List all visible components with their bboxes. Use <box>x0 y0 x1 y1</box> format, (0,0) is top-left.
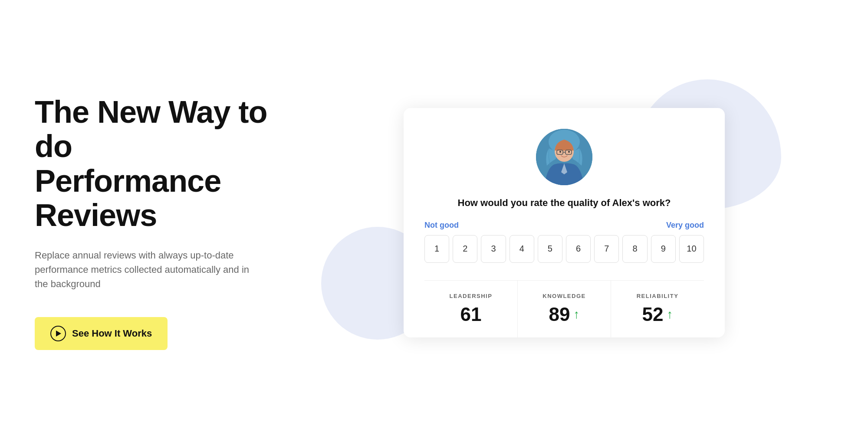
metrics-row: LEADERSHIP 61 KNOWLEDGE 89 ↑ <box>424 280 704 337</box>
rating-6[interactable]: 6 <box>566 235 591 263</box>
svg-point-7 <box>568 151 570 153</box>
rating-card: How would you rate the quality of Alex's… <box>404 108 725 337</box>
metric-reliability-label: RELIABILITY <box>620 293 695 299</box>
see-how-it-works-button[interactable]: See How It Works <box>35 317 168 350</box>
label-not-good: Not good <box>424 221 459 230</box>
label-very-good: Very good <box>666 221 704 230</box>
metric-knowledge-value: 89 <box>549 304 570 325</box>
left-panel: The New Way to do Performance Reviews Re… <box>35 95 295 350</box>
card-wrapper: How would you rate the quality of Alex's… <box>404 108 725 337</box>
rating-2[interactable]: 2 <box>453 235 477 263</box>
metric-reliability-value-row: 52 ↑ <box>620 304 695 325</box>
rating-4[interactable]: 4 <box>510 235 534 263</box>
rating-8[interactable]: 8 <box>622 235 647 263</box>
avatar <box>536 129 592 185</box>
rating-numbers: 1 2 3 4 5 6 7 8 9 10 <box>424 235 704 280</box>
rating-question: How would you rate the quality of Alex's… <box>424 197 704 209</box>
metric-leadership: LEADERSHIP 61 <box>424 281 518 337</box>
metric-reliability: RELIABILITY 52 ↑ <box>611 281 704 337</box>
hero-subtitle: Replace annual reviews with always up-to… <box>35 248 260 291</box>
hero-title-line2: Performance Reviews <box>35 164 221 232</box>
rating-5[interactable]: 5 <box>538 235 562 263</box>
metric-leadership-value: 61 <box>460 304 482 325</box>
metric-leadership-value-row: 61 <box>433 304 509 325</box>
rating-3[interactable]: 3 <box>481 235 506 263</box>
svg-point-6 <box>559 151 561 153</box>
hero-title: The New Way to do Performance Reviews <box>35 95 269 232</box>
rating-9[interactable]: 9 <box>651 235 676 263</box>
rating-labels: Not good Very good <box>424 221 704 230</box>
metric-reliability-value: 52 <box>642 304 664 325</box>
play-icon <box>50 326 66 341</box>
reliability-up-arrow-icon: ↑ <box>667 308 673 321</box>
right-panel: How would you rate the quality of Alex's… <box>295 71 833 374</box>
play-triangle-icon <box>56 330 61 337</box>
knowledge-up-arrow-icon: ↑ <box>573 308 579 321</box>
metric-knowledge-label: KNOWLEDGE <box>526 293 602 299</box>
metric-knowledge-value-row: 89 ↑ <box>526 304 602 325</box>
avatar-section <box>424 129 704 185</box>
main-container: The New Way to do Performance Reviews Re… <box>0 0 868 445</box>
metric-knowledge: KNOWLEDGE 89 ↑ <box>518 281 611 337</box>
avatar-image <box>536 129 592 185</box>
metric-leadership-label: LEADERSHIP <box>433 293 509 299</box>
rating-10[interactable]: 10 <box>679 235 704 263</box>
rating-7[interactable]: 7 <box>594 235 619 263</box>
rating-1[interactable]: 1 <box>424 235 449 263</box>
hero-title-line1: The New Way to do <box>35 95 267 164</box>
cta-label: See How It Works <box>72 328 152 339</box>
